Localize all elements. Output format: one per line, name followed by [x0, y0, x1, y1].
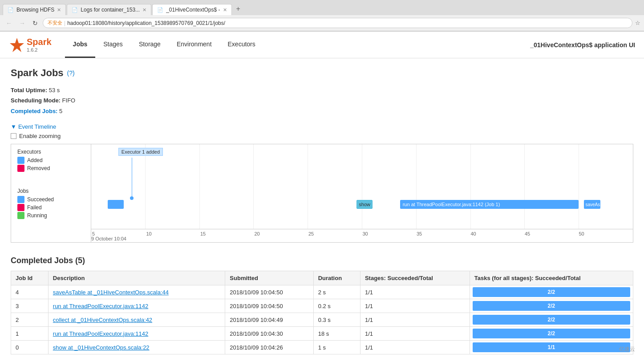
grid-1 — [91, 144, 146, 229]
job-bar-save[interactable]: saveAs — [584, 200, 600, 209]
tab-close-3[interactable]: ✕ — [223, 7, 227, 13]
progress-bar-1: 2/2 — [473, 301, 630, 311]
tab-2[interactable]: 📄 Logs for container_153... ✕ — [67, 4, 151, 15]
tab-1[interactable]: 📄 Browsing HDFS ✕ — [3, 4, 66, 15]
tab-icon-3: 📄 — [157, 7, 163, 13]
security-label: 不安全 — [48, 20, 62, 26]
help-link[interactable]: (?) — [67, 69, 75, 77]
tab-label-2: Logs for container_153... — [81, 7, 140, 13]
removed-box — [17, 165, 24, 172]
spacer — [17, 175, 85, 188]
new-tab-button[interactable]: + — [233, 3, 244, 15]
bookmark-icon[interactable]: ☆ — [635, 20, 640, 26]
cell-tasks-1: 2/2 — [470, 299, 633, 313]
nav-stages[interactable]: Stages — [95, 32, 131, 58]
nav-environment[interactable]: Environment — [169, 32, 220, 58]
cell-stages-4: 1/1 — [360, 341, 470, 354]
timeline-chart: Executor 1 added show run at ThreadPoolE… — [91, 144, 633, 242]
axis-date: 9 October 10:04 — [91, 236, 126, 241]
cell-description-3: run at ThreadPoolExecutor.java:1142 — [48, 327, 225, 341]
axis-8: 45 — [525, 231, 579, 236]
spark-logo: Spark 1.6.2 — [9, 37, 52, 53]
col-duration: Duration — [313, 271, 360, 285]
spark-nav: Jobs Stages Storage Environment Executor… — [65, 32, 263, 58]
grid-3 — [200, 144, 254, 229]
cell-tasks-0: 2/2 — [470, 285, 633, 299]
cell-job-id-0: 4 — [11, 285, 49, 299]
job-link-1[interactable]: run at ThreadPoolExecutor.java:1142 — [53, 303, 148, 309]
axis-2: 15 — [200, 231, 255, 236]
grid-lines — [91, 144, 633, 229]
url-icons: ☆ — [635, 20, 640, 26]
cell-job-id-1: 3 — [11, 299, 49, 313]
tab-close-1[interactable]: ✕ — [57, 7, 61, 13]
address-bar: ← → ↻ 不安全 | hadoop01:18080/history/appli… — [0, 15, 644, 31]
url-bar[interactable]: 不安全 | hadoop01:18080/history/application… — [43, 18, 632, 28]
legend-failed: Failed — [17, 204, 85, 211]
grid-7 — [417, 144, 471, 229]
cell-duration-1: 0.2 s — [313, 299, 360, 313]
table-row: 3 run at ThreadPoolExecutor.java:1142 20… — [11, 299, 633, 313]
col-stages: Stages: Succeeded/Total — [360, 271, 470, 285]
added-box — [17, 157, 24, 164]
reload-button[interactable]: ↻ — [30, 19, 40, 28]
jobs-legend: Jobs Succeeded Failed Running — [17, 188, 85, 219]
job-bar-show-label[interactable]: show — [356, 200, 373, 209]
job-link-0[interactable]: saveAsTable at _01HiveContextOps.scala:4… — [53, 289, 169, 296]
table-row: 2 collect at _01HiveContextOps.scala:42 … — [11, 313, 633, 327]
forward-button[interactable]: → — [17, 19, 28, 28]
job-link-2[interactable]: collect at _01HiveContextOps.scala:42 — [53, 317, 152, 323]
legend-running: Running — [17, 212, 85, 219]
completed-jobs-meta: Completed Jobs: 5 — [11, 106, 633, 116]
table-body: 4 saveAsTable at _01HiveContextOps.scala… — [11, 285, 633, 354]
tab-close-2[interactable]: ✕ — [142, 7, 146, 13]
axis-6: 35 — [417, 231, 471, 236]
job-link-3[interactable]: run at ThreadPoolExecutor.java:1142 — [53, 330, 148, 337]
cell-submitted-1: 2018/10/09 10:04:50 — [225, 299, 313, 313]
total-uptime: Total Uptime: 53 s — [11, 85, 633, 95]
progress-bar-3: 2/2 — [473, 329, 630, 338]
job-bar-collect[interactable] — [568, 200, 576, 209]
meta-info: Total Uptime: 53 s Scheduling Mode: FIFO… — [11, 85, 633, 116]
progress-bar-0: 2/2 — [473, 287, 630, 297]
back-button[interactable]: ← — [4, 19, 14, 28]
succeeded-box — [17, 196, 24, 203]
axis-3: 20 — [255, 231, 309, 236]
axis-1: 10 — [146, 231, 201, 236]
timeline-legend: Executors Added Removed Jobs Succ — [11, 144, 91, 242]
col-submitted: Submitted — [225, 271, 313, 285]
spark-logo-text: Spark 1.6.2 — [27, 37, 52, 53]
progress-bar-2: 2/2 — [473, 315, 630, 325]
grid-9 — [525, 144, 579, 229]
cell-duration-0: 2 s — [313, 285, 360, 299]
job-link-4[interactable]: show at _01HiveContextOps.scala:22 — [53, 344, 150, 351]
legend-removed: Removed — [17, 165, 85, 172]
axis-4: 25 — [308, 231, 363, 236]
progress-bar-4: 1/1 — [473, 342, 630, 352]
nav-executors[interactable]: Executors — [220, 32, 263, 58]
nav-storage[interactable]: Storage — [131, 32, 169, 58]
progress-bar-text-2: 2/2 — [548, 317, 555, 323]
event-timeline-toggle[interactable]: ▼ Event Timeline — [11, 123, 633, 130]
cell-stages-1: 1/1 — [360, 299, 470, 313]
tab-bar: 📄 Browsing HDFS ✕ 📄 Logs for container_1… — [0, 0, 644, 15]
legend-added: Added — [17, 157, 85, 164]
tab-label-3: _01HiveContextOps$ - — [166, 7, 220, 13]
spark-logo-icon — [9, 37, 25, 53]
grid-8 — [471, 144, 525, 229]
axis-5: 30 — [363, 231, 417, 236]
grid-10 — [579, 144, 633, 229]
cell-tasks-4: 1/1 — [470, 341, 633, 354]
app-title: _01HiveContextOps$ application UI — [530, 41, 635, 49]
enable-zooming-checkbox[interactable] — [11, 133, 16, 139]
col-job-id: Job Id — [11, 271, 49, 285]
grid-2 — [146, 144, 200, 229]
cell-job-id-4: 0 — [11, 341, 49, 354]
scheduling-mode: Scheduling Mode: FIFO — [11, 95, 633, 106]
job-bar-run[interactable]: run at ThreadPoolExecutor.java:1142 (Job… — [400, 200, 579, 209]
job-bar-show[interactable] — [108, 200, 124, 209]
table-row: 4 saveAsTable at _01HiveContextOps.scala… — [11, 285, 633, 299]
nav-jobs[interactable]: Jobs — [65, 32, 96, 58]
tab-3[interactable]: 📄 _01HiveContextOps$ - ✕ — [152, 4, 231, 15]
axis-7: 40 — [471, 231, 525, 236]
